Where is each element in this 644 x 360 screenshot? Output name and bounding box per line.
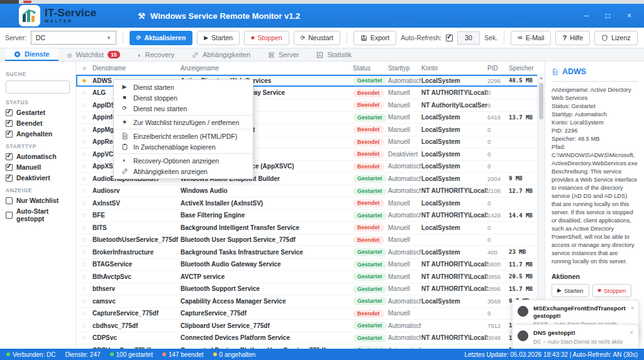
cell-status: Beendet	[353, 162, 388, 171]
refresh-button[interactable]: ⟳ Aktualisieren	[130, 31, 193, 45]
stop-button[interactable]: ■ Stoppen	[244, 31, 289, 45]
email-button[interactable]: ✉ E-Mail	[511, 31, 551, 45]
menu-item-abh-ngigkeiten-anzeigen[interactable]: Abhängigkeiten anzeigen	[114, 166, 253, 177]
restart-button[interactable]: ⟳ Neustart	[294, 31, 340, 45]
star-icon[interactable]: ☆	[76, 163, 92, 170]
tab-recovery[interactable]: ◐Recovery	[129, 48, 183, 61]
table-row[interactable]: ☆cbdhsvc_775dfClipboard User Service_775…	[76, 320, 545, 332]
close-icon[interactable]: ×	[630, 329, 633, 336]
server-select[interactable]: DC ▼	[31, 31, 116, 45]
close-button[interactable]: ×	[627, 11, 631, 20]
tab-dienste[interactable]: Dienste	[5, 48, 58, 61]
filter-checkbox-manuell[interactable]: Manuell	[6, 163, 70, 171]
help-button[interactable]: ? Hilfe	[555, 31, 590, 45]
cell-konto: NT AUTHORITY\LocalService	[421, 89, 487, 96]
filter-checkbox-automatisch[interactable]: Automatisch	[6, 153, 70, 160]
table-row[interactable]: ☆CDPUserSvc_775dfConnected Devices Platf…	[76, 344, 545, 349]
column-header-pid[interactable]: PID	[487, 65, 509, 72]
statusbar-text: 147 beendet	[169, 351, 204, 358]
status-badge: Gestartet	[353, 248, 387, 256]
table-row[interactable]: ☆BrokerInfrastructureBackground Tasks In…	[76, 246, 545, 259]
table-row[interactable]: ☆CaptureService_775dfCaptureService_775d…	[76, 308, 545, 320]
column-header-konto[interactable]: Konto	[421, 65, 487, 72]
column-header-dienstname[interactable]: Dienstname	[92, 65, 180, 72]
column-header-star[interactable]: ★	[76, 65, 92, 72]
menu-item-zur-watchlist-hinzuf-gen-entfernen[interactable]: ★Zur Watchlist hinzufügen / entfernen	[114, 117, 253, 128]
menu-item-dienst-stoppen[interactable]: ■Dienst stoppen	[114, 92, 253, 103]
star-icon[interactable]: ☆	[76, 114, 92, 121]
license-button[interactable]: Lizenz	[594, 31, 637, 45]
table-row[interactable]: ☆BthAvctpSvcAVCTP serviceGestartetManuel…	[76, 271, 545, 283]
table-row[interactable]: ☆BFEBase Filtering EngineGestartetAutoma…	[76, 210, 545, 222]
shield-icon	[601, 34, 608, 42]
filter-label: Manuell	[16, 163, 41, 171]
close-icon[interactable]: ×	[631, 305, 635, 312]
star-icon[interactable]: ☆	[76, 236, 92, 243]
star-icon[interactable]: ☆	[76, 334, 92, 341]
star-icon[interactable]: ☆	[76, 212, 92, 219]
star-icon[interactable]: ☆	[76, 298, 92, 305]
scrollbar-thumb[interactable]	[539, 83, 543, 119]
column-header-speicher[interactable]: Speicher	[509, 65, 545, 72]
star-icon[interactable]: ☆	[76, 310, 92, 317]
refresh-button-label: Aktualisieren	[144, 34, 186, 41]
detail-action-stoppen[interactable]: ■Stoppen	[592, 284, 632, 297]
star-icon-filled[interactable]: ★	[76, 77, 92, 85]
tab-watchlist[interactable]: ◎Watchlist15	[58, 48, 130, 61]
tab-server[interactable]: Server	[259, 48, 308, 61]
status-badge: Beendet	[353, 101, 384, 109]
start-button[interactable]: ▶ Starten	[197, 31, 240, 45]
star-icon[interactable]: ☆	[76, 261, 92, 268]
column-header-status[interactable]: Status	[353, 65, 388, 72]
menu-item-einzelbericht-erstellen-html-pdf-[interactable]: Einzelbericht erstellen (HTML/PDF)	[114, 131, 253, 141]
filter-checkbox-deaktiviert[interactable]: Deaktiviert	[6, 174, 70, 182]
column-header-anzeigename[interactable]: Anzeigename	[180, 65, 353, 72]
star-icon[interactable]: ☆	[76, 151, 92, 158]
table-row[interactable]: ☆camsvcCapability Access Manager Service…	[76, 295, 545, 308]
star-icon[interactable]: ☆	[76, 89, 92, 96]
filter-checkbox-angehalten[interactable]: Angehalten	[6, 130, 70, 138]
menu-item-dienst-starten[interactable]: ▶Dienst starten	[114, 82, 253, 92]
column-header-starttyp[interactable]: Starttyp	[388, 65, 421, 72]
tab-abhängigkeiten[interactable]: Abhängigkeiten	[183, 48, 259, 61]
star-icon[interactable]: ☆	[76, 126, 92, 133]
table-row[interactable]: ☆BITSBackground Intelligent Transfer Ser…	[76, 222, 545, 234]
export-button[interactable]: Export	[353, 31, 396, 45]
minimize-button[interactable]: –	[584, 11, 589, 20]
table-row[interactable]: ☆CDPSvcConnected Devices Platform Servic…	[76, 332, 545, 345]
stop-icon: ■	[251, 35, 254, 41]
menu-item-dienst-neu-starten[interactable]: ⟳Dienst neu starten	[114, 103, 253, 114]
autorefresh-checkbox[interactable]	[446, 35, 453, 41]
maximize-button[interactable]: □	[606, 11, 610, 20]
star-icon[interactable]: ☆	[76, 322, 92, 329]
filter-checkbox-nur-watchlist[interactable]: Nur Watchlist	[6, 197, 70, 204]
star-icon[interactable]: ☆	[76, 249, 92, 256]
filter-checkbox-auto-start-gestoppt[interactable]: Auto-Start gestoppt	[6, 207, 70, 222]
filter-checkbox-beendet[interactable]: Beendet	[6, 119, 70, 127]
checkbox-icon	[6, 164, 13, 171]
cell-starttyp: Automatisch	[388, 212, 421, 219]
star-icon[interactable]: ☆	[76, 200, 92, 207]
star-icon[interactable]: ☆	[76, 273, 92, 280]
search-input[interactable]	[6, 80, 70, 94]
filter-checkbox-gestartet[interactable]: Gestartet	[6, 109, 70, 116]
star-icon[interactable]: ☆	[76, 187, 92, 194]
star-icon[interactable]: ☆	[76, 224, 92, 231]
status-badge: Gestartet	[353, 285, 387, 293]
star-icon[interactable]: ☆	[76, 102, 92, 109]
star-icon[interactable]: ☆	[76, 285, 92, 292]
tab-statistik[interactable]: Statistik	[308, 48, 360, 61]
table-row[interactable]: ☆AxInstSVActiveX Installer (AxInstSV)Bee…	[76, 197, 545, 210]
table-row[interactable]: ☆bthservBluetooth Support ServiceGestart…	[76, 283, 545, 296]
status-badge: Gestartet	[353, 322, 387, 330]
table-row[interactable]: ☆BluetoothUserService_775dfBluetooth Use…	[76, 234, 545, 247]
table-row[interactable]: ☆BTAGServiceBluetooth Audio Gateway Serv…	[76, 259, 545, 271]
detail-action-starten[interactable]: ▶Starten	[552, 284, 589, 297]
star-icon[interactable]: ☆	[76, 138, 92, 145]
star-icon[interactable]: ☆	[76, 175, 92, 182]
table-row[interactable]: ☆AudiosrvWindows AudioGestartetAutomatis…	[76, 185, 545, 198]
autorefresh-interval-input[interactable]: 30	[457, 31, 480, 45]
menu-item-in-zwischenablage-kopieren[interactable]: In Zwischenablage kopieren	[114, 141, 253, 152]
scroll-up-arrow[interactable]: ▲	[538, 75, 545, 80]
menu-item-recovery-optionen-anzeigen[interactable]: ◐Recovery-Optionen anzeigen	[114, 155, 253, 166]
